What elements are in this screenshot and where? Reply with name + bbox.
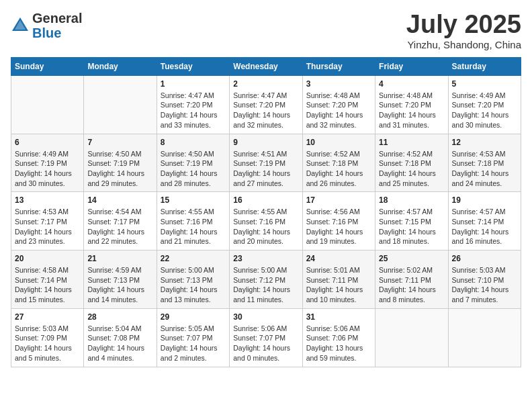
calendar-cell: 20Sunrise: 4:58 AMSunset: 7:14 PMDayligh… [11, 250, 84, 309]
day-info: Sunrise: 4:47 AMSunset: 7:20 PMDaylight:… [233, 91, 298, 130]
calendar-cell: 27Sunrise: 5:03 AMSunset: 7:09 PMDayligh… [11, 308, 84, 367]
day-info: Sunrise: 4:57 AMSunset: 7:14 PMDaylight:… [452, 207, 517, 246]
title-area: July 2025 Yinzhu, Shandong, China [406, 11, 521, 50]
weekday-header: Saturday [448, 57, 521, 75]
day-info: Sunrise: 4:48 AMSunset: 7:20 PMDaylight:… [306, 91, 371, 130]
day-number: 12 [452, 138, 517, 147]
day-info: Sunrise: 5:02 AMSunset: 7:11 PMDaylight:… [379, 265, 444, 305]
day-info: Sunrise: 4:56 AMSunset: 7:16 PMDaylight:… [306, 207, 371, 246]
calendar-week-row: 13Sunrise: 4:53 AMSunset: 7:17 PMDayligh… [11, 192, 521, 250]
day-number: 28 [87, 312, 152, 322]
day-info: Sunrise: 4:59 AMSunset: 7:13 PMDaylight:… [87, 265, 152, 305]
day-info: Sunrise: 5:00 AMSunset: 7:12 PMDaylight:… [233, 265, 298, 305]
day-number: 9 [233, 138, 298, 147]
calendar-cell: 3Sunrise: 4:48 AMSunset: 7:20 PMDaylight… [302, 75, 375, 134]
day-info: Sunrise: 4:57 AMSunset: 7:15 PMDaylight:… [379, 207, 444, 246]
calendar: SundayMondayTuesdayWednesdayThursdayFrid… [11, 57, 521, 367]
day-info: Sunrise: 4:47 AMSunset: 7:20 PMDaylight:… [161, 91, 226, 130]
day-info: Sunrise: 5:04 AMSunset: 7:08 PMDaylight:… [87, 324, 152, 363]
calendar-cell: 22Sunrise: 5:00 AMSunset: 7:13 PMDayligh… [157, 250, 229, 309]
calendar-week-row: 6Sunrise: 4:49 AMSunset: 7:19 PMDaylight… [11, 134, 521, 192]
day-number: 27 [15, 312, 80, 322]
day-number: 1 [161, 79, 226, 89]
day-info: Sunrise: 4:52 AMSunset: 7:18 PMDaylight:… [306, 149, 371, 189]
calendar-cell: 30Sunrise: 5:06 AMSunset: 7:07 PMDayligh… [230, 308, 302, 367]
day-number: 3 [306, 79, 371, 89]
day-info: Sunrise: 5:03 AMSunset: 7:09 PMDaylight:… [15, 324, 80, 363]
logo: General Blue [11, 11, 82, 40]
calendar-cell: 19Sunrise: 4:57 AMSunset: 7:14 PMDayligh… [448, 192, 521, 250]
day-number: 11 [379, 138, 444, 147]
logo-blue: Blue [32, 26, 61, 40]
day-number: 23 [233, 254, 298, 263]
day-info: Sunrise: 4:54 AMSunset: 7:17 PMDaylight:… [87, 207, 152, 246]
calendar-cell: 23Sunrise: 5:00 AMSunset: 7:12 PMDayligh… [230, 250, 302, 309]
calendar-cell: 21Sunrise: 4:59 AMSunset: 7:13 PMDayligh… [84, 250, 157, 309]
month-title: July 2025 [406, 11, 521, 39]
calendar-cell: 29Sunrise: 5:05 AMSunset: 7:07 PMDayligh… [157, 308, 229, 367]
day-number: 6 [15, 138, 80, 147]
calendar-week-row: 1Sunrise: 4:47 AMSunset: 7:20 PMDaylight… [11, 75, 521, 134]
day-number: 4 [379, 79, 444, 89]
weekday-header: Thursday [302, 57, 375, 75]
day-info: Sunrise: 5:06 AMSunset: 7:07 PMDaylight:… [233, 324, 298, 363]
calendar-cell: 11Sunrise: 4:52 AMSunset: 7:18 PMDayligh… [375, 134, 448, 192]
calendar-cell: 1Sunrise: 4:47 AMSunset: 7:20 PMDaylight… [157, 75, 229, 134]
day-info: Sunrise: 4:50 AMSunset: 7:19 PMDaylight:… [87, 149, 152, 189]
day-number: 31 [306, 312, 371, 322]
location: Yinzhu, Shandong, China [406, 39, 521, 50]
day-number: 26 [452, 254, 517, 263]
calendar-cell: 26Sunrise: 5:03 AMSunset: 7:10 PMDayligh… [448, 250, 521, 309]
day-number: 18 [379, 195, 444, 205]
day-number: 5 [452, 79, 517, 89]
calendar-week-row: 27Sunrise: 5:03 AMSunset: 7:09 PMDayligh… [11, 308, 521, 367]
calendar-cell: 14Sunrise: 4:54 AMSunset: 7:17 PMDayligh… [84, 192, 157, 250]
day-number: 8 [161, 138, 226, 147]
day-number: 20 [15, 254, 80, 263]
day-info: Sunrise: 4:53 AMSunset: 7:18 PMDaylight:… [452, 149, 517, 189]
day-info: Sunrise: 4:49 AMSunset: 7:20 PMDaylight:… [452, 91, 517, 130]
day-number: 15 [161, 195, 226, 205]
day-number: 14 [87, 195, 152, 205]
day-number: 29 [161, 312, 226, 322]
page-header: General Blue July 2025 Yinzhu, Shandong,… [11, 11, 521, 50]
calendar-cell: 10Sunrise: 4:52 AMSunset: 7:18 PMDayligh… [302, 134, 375, 192]
calendar-cell [375, 308, 448, 367]
calendar-cell: 28Sunrise: 5:04 AMSunset: 7:08 PMDayligh… [84, 308, 157, 367]
day-number: 21 [87, 254, 152, 263]
calendar-cell: 7Sunrise: 4:50 AMSunset: 7:19 PMDaylight… [84, 134, 157, 192]
calendar-cell: 18Sunrise: 4:57 AMSunset: 7:15 PMDayligh… [375, 192, 448, 250]
day-info: Sunrise: 4:48 AMSunset: 7:20 PMDaylight:… [379, 91, 444, 130]
calendar-header-row: SundayMondayTuesdayWednesdayThursdayFrid… [11, 57, 521, 75]
day-info: Sunrise: 5:00 AMSunset: 7:13 PMDaylight:… [161, 265, 226, 305]
calendar-week-row: 20Sunrise: 4:58 AMSunset: 7:14 PMDayligh… [11, 250, 521, 309]
day-number: 22 [161, 254, 226, 263]
calendar-cell: 4Sunrise: 4:48 AMSunset: 7:20 PMDaylight… [375, 75, 448, 134]
day-info: Sunrise: 5:06 AMSunset: 7:06 PMDaylight:… [306, 324, 371, 363]
day-info: Sunrise: 4:53 AMSunset: 7:17 PMDaylight:… [15, 207, 80, 246]
calendar-cell: 17Sunrise: 4:56 AMSunset: 7:16 PMDayligh… [302, 192, 375, 250]
calendar-cell: 9Sunrise: 4:51 AMSunset: 7:19 PMDaylight… [230, 134, 302, 192]
day-number: 24 [306, 254, 371, 263]
logo-general: General [32, 11, 82, 26]
calendar-cell: 6Sunrise: 4:49 AMSunset: 7:19 PMDaylight… [11, 134, 84, 192]
calendar-cell: 15Sunrise: 4:55 AMSunset: 7:16 PMDayligh… [157, 192, 229, 250]
day-info: Sunrise: 4:55 AMSunset: 7:16 PMDaylight:… [233, 207, 298, 246]
weekday-header: Monday [84, 57, 157, 75]
logo-icon [11, 16, 30, 35]
calendar-cell [448, 308, 521, 367]
weekday-header: Sunday [11, 57, 84, 75]
day-number: 19 [452, 195, 517, 205]
calendar-body: 1Sunrise: 4:47 AMSunset: 7:20 PMDaylight… [11, 75, 521, 367]
day-number: 2 [233, 79, 298, 89]
day-info: Sunrise: 4:52 AMSunset: 7:18 PMDaylight:… [379, 149, 444, 189]
day-number: 13 [15, 195, 80, 205]
weekday-header: Tuesday [157, 57, 229, 75]
calendar-cell: 5Sunrise: 4:49 AMSunset: 7:20 PMDaylight… [448, 75, 521, 134]
calendar-cell: 25Sunrise: 5:02 AMSunset: 7:11 PMDayligh… [375, 250, 448, 309]
day-info: Sunrise: 4:51 AMSunset: 7:19 PMDaylight:… [233, 149, 298, 189]
calendar-cell [84, 75, 157, 134]
calendar-cell: 16Sunrise: 4:55 AMSunset: 7:16 PMDayligh… [230, 192, 302, 250]
day-number: 10 [306, 138, 371, 147]
calendar-cell [11, 75, 84, 134]
